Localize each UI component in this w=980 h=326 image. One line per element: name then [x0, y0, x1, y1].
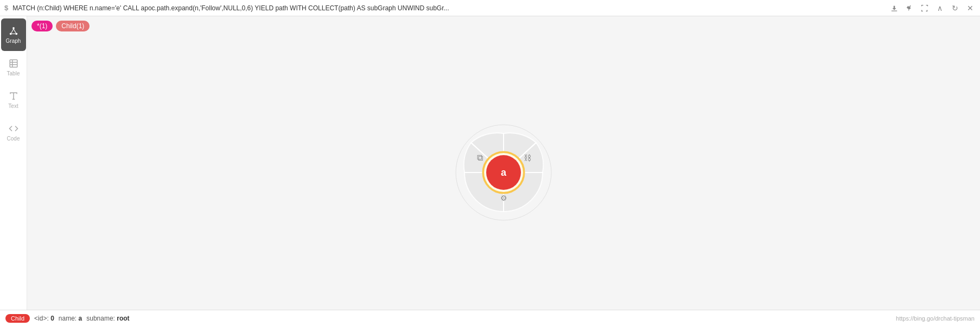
svg-point-1 — [12, 27, 15, 29]
link-icon[interactable]: ⛓ — [524, 154, 531, 162]
svg-point-3 — [15, 33, 17, 35]
text-icon — [9, 91, 18, 101]
refresh-button[interactable]: ↻ — [950, 3, 960, 14]
status-id-label: <id>: — [34, 315, 49, 322]
expand-graph-icon[interactable]: ⚙ — [500, 194, 507, 202]
close-button[interactable]: ✕ — [965, 3, 976, 14]
sidebar-item-graph[interactable]: Graph — [1, 18, 26, 51]
status-url: https://bing.go/drchat-tipsman — [896, 315, 975, 322]
sidebar-code-label: Code — [7, 136, 20, 142]
download-button[interactable] — [889, 3, 900, 14]
svg-rect-0 — [892, 10, 898, 11]
status-bar: Child <id>: 0 name: a subname: root http… — [0, 310, 980, 326]
status-id: <id>: 0 — [34, 315, 54, 322]
graph-icon — [9, 26, 18, 36]
status-name: name: a — [59, 315, 82, 322]
sidebar-item-table[interactable]: Table — [1, 51, 26, 84]
copy-icon[interactable]: ⧉ — [477, 153, 483, 162]
pin-button[interactable] — [904, 3, 915, 14]
sidebar-graph-label: Graph — [6, 38, 21, 44]
code-icon — [9, 124, 18, 133]
svg-rect-7 — [10, 60, 17, 67]
status-id-value: 0 — [50, 315, 54, 322]
svg-line-4 — [11, 29, 13, 33]
graph-canvas: ⧉ ⛓ ⚙ a — [27, 35, 980, 310]
status-node-badge: Child — [5, 314, 30, 323]
center-node-label: a — [501, 167, 506, 178]
sidebar: Graph Table Text Code — [0, 16, 27, 326]
tag-bar: *(1) Child(1) — [27, 16, 980, 35]
query-bar: $ MATCH (n:Child) WHERE n.name='e' CALL … — [0, 0, 980, 16]
query-text: MATCH (n:Child) WHERE n.name='e' CALL ap… — [12, 4, 884, 12]
sidebar-text-label: Text — [8, 103, 18, 109]
status-name-value: a — [79, 315, 82, 322]
sidebar-table-label: Table — [7, 71, 20, 76]
sidebar-item-code[interactable]: Code — [1, 116, 26, 149]
star-tag[interactable]: *(1) — [31, 21, 53, 31]
status-subname-value: root — [117, 315, 129, 322]
query-dollar: $ — [4, 4, 8, 12]
status-subname: subname: root — [86, 315, 129, 322]
status-subname-label: subname: — [86, 315, 115, 322]
collapse-button[interactable]: ∧ — [934, 3, 945, 14]
center-node[interactable]: a — [486, 155, 521, 190]
status-name-label: name: — [59, 315, 77, 322]
node-container: ⧉ ⛓ ⚙ a — [455, 124, 552, 221]
svg-line-5 — [14, 29, 16, 33]
table-icon — [9, 59, 18, 68]
query-actions: ∧ ↻ ✕ — [889, 3, 976, 14]
sidebar-item-text[interactable]: Text — [1, 84, 26, 116]
child-tag[interactable]: Child(1) — [56, 21, 90, 31]
svg-point-2 — [9, 33, 11, 35]
fullscreen-button[interactable] — [919, 3, 930, 14]
